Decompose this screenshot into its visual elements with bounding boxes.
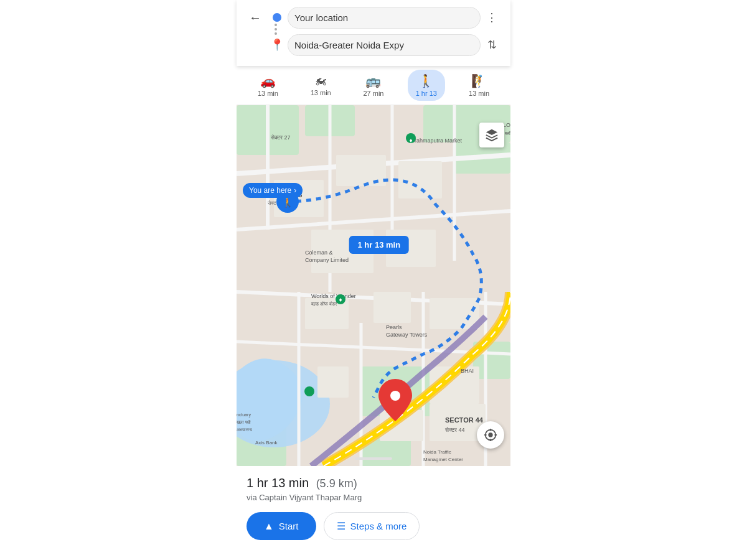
steps-label: Steps & more bbox=[350, 521, 407, 531]
start-label: Start bbox=[279, 521, 299, 531]
from-input[interactable] bbox=[288, 7, 481, 29]
drive-icon: 🚗 bbox=[260, 73, 276, 88]
svg-text:nctuary: nctuary bbox=[237, 413, 251, 418]
svg-text:SECTOR 44: SECTOR 44 bbox=[445, 416, 484, 424]
destination-pin-icon: 📍 bbox=[271, 39, 283, 50]
route-summary: 1 hr 13 min (5.9 km) via Captain Vijyant… bbox=[237, 466, 510, 548]
you-are-here-text: You are here bbox=[249, 186, 291, 195]
my-location-icon bbox=[484, 428, 497, 442]
route-time: 1 hr 13 min (5.9 km) bbox=[247, 476, 500, 490]
svg-text:Axis Bank: Axis Bank bbox=[255, 440, 278, 446]
route-via: via Captain Vijyant Thapar Marg bbox=[247, 493, 500, 502]
bike-time: 13 min bbox=[311, 89, 331, 96]
walk-icon: 🚶 bbox=[418, 73, 434, 88]
svg-text:Coleman &: Coleman & bbox=[305, 250, 333, 256]
connector-dots bbox=[271, 24, 277, 35]
transit-icon: 🚌 bbox=[365, 73, 381, 88]
bike-icon: 🏍 bbox=[314, 73, 327, 88]
map-duration-text: 1 hr 13 min bbox=[357, 240, 400, 250]
back-arrow-icon: ← bbox=[249, 11, 261, 25]
svg-rect-29 bbox=[430, 298, 479, 329]
search-section: ← ⋮ 📍 ⇅ bbox=[237, 0, 510, 66]
you-are-here-label[interactable]: You are here › bbox=[243, 183, 303, 198]
start-button[interactable]: ▲ Start bbox=[247, 512, 316, 540]
more-options-button[interactable]: ⋮ bbox=[481, 6, 503, 29]
svg-text:Managmet Center: Managmet Center bbox=[423, 457, 463, 462]
steps-more-button[interactable]: ☰ Steps & more bbox=[324, 512, 420, 540]
svg-text:Gateway Towers: Gateway Towers bbox=[386, 332, 428, 338]
svg-text:BHAI: BHAI bbox=[461, 368, 474, 374]
to-input[interactable] bbox=[288, 34, 481, 56]
transit-time: 27 min bbox=[363, 90, 383, 97]
walk-time: 1 hr 13 bbox=[416, 90, 437, 97]
map-svg: सेक्टर 27 C BLO C ब्लॉ SECTOR 18 सेक्टर … bbox=[237, 105, 510, 466]
more-icon: ⋮ bbox=[486, 11, 498, 24]
tab-drive[interactable]: 🚗 13 min bbox=[249, 70, 286, 101]
svg-rect-30 bbox=[317, 366, 349, 398]
map-duration-label: 1 hr 13 min bbox=[349, 236, 409, 254]
start-icon: ▲ bbox=[264, 521, 274, 532]
tab-bike[interactable]: 🏍 13 min bbox=[302, 70, 339, 101]
svg-text:♦: ♦ bbox=[409, 137, 412, 144]
scroll-indicator bbox=[355, 457, 392, 460]
back-button[interactable]: ← bbox=[244, 6, 266, 29]
my-location-button[interactable] bbox=[477, 421, 504, 449]
svg-rect-28 bbox=[374, 292, 411, 323]
you-are-here-arrow: › bbox=[294, 186, 296, 195]
svg-text:Company Limited: Company Limited bbox=[305, 257, 349, 263]
drive-time: 13 min bbox=[258, 90, 278, 97]
svg-rect-23 bbox=[336, 155, 386, 186]
hike-time: 13 min bbox=[469, 90, 489, 97]
tab-hike[interactable]: 🧗 13 min bbox=[461, 70, 498, 101]
svg-text:खला पक्षी: खला पक्षी bbox=[237, 420, 251, 424]
tab-transit[interactable]: 🚌 27 min bbox=[355, 70, 392, 101]
svg-text:अभयारण्य: अभयारण्य bbox=[237, 427, 252, 432]
tab-walk[interactable]: 🚶 1 hr 13 bbox=[408, 70, 445, 101]
svg-text:♦: ♦ bbox=[339, 296, 342, 303]
swap-button[interactable]: ⇅ bbox=[481, 34, 503, 56]
svg-text:वल्र्ड ऑफ वंडर: वल्र्ड ऑफ वंडर bbox=[311, 301, 337, 307]
svg-text:Noida Traffic: Noida Traffic bbox=[423, 449, 451, 455]
to-row: 📍 ⇅ bbox=[244, 34, 503, 56]
swap-icon: ⇅ bbox=[487, 38, 497, 52]
hike-icon: 🧗 bbox=[471, 73, 487, 88]
transport-tabs: 🚗 13 min 🏍 13 min 🚌 27 min 🚶 1 hr 13 🧗 1… bbox=[237, 66, 510, 105]
svg-point-69 bbox=[390, 391, 400, 401]
svg-rect-24 bbox=[398, 161, 442, 198]
svg-point-72 bbox=[488, 432, 492, 437]
route-action-buttons: ▲ Start ☰ Steps & more bbox=[247, 512, 500, 540]
svg-text:Pearls: Pearls bbox=[386, 324, 402, 330]
steps-icon: ☰ bbox=[337, 520, 345, 532]
svg-text:Worlds of Wonder: Worlds of Wonder bbox=[311, 293, 356, 299]
svg-text:सेक्टर 27: सेक्टर 27 bbox=[270, 134, 291, 141]
svg-text:सेक्टर 44: सेक्टर 44 bbox=[444, 426, 465, 433]
svg-point-64 bbox=[304, 386, 314, 396]
map-layers-button[interactable] bbox=[479, 123, 504, 147]
map-container[interactable]: सेक्टर 27 C BLO C ब्लॉ SECTOR 18 सेक्टर … bbox=[237, 105, 510, 466]
layers-icon bbox=[485, 128, 499, 142]
from-row: ← ⋮ bbox=[244, 6, 503, 29]
origin-dot-icon bbox=[273, 13, 281, 22]
svg-text:Brahmaputra Market: Brahmaputra Market bbox=[411, 138, 463, 144]
